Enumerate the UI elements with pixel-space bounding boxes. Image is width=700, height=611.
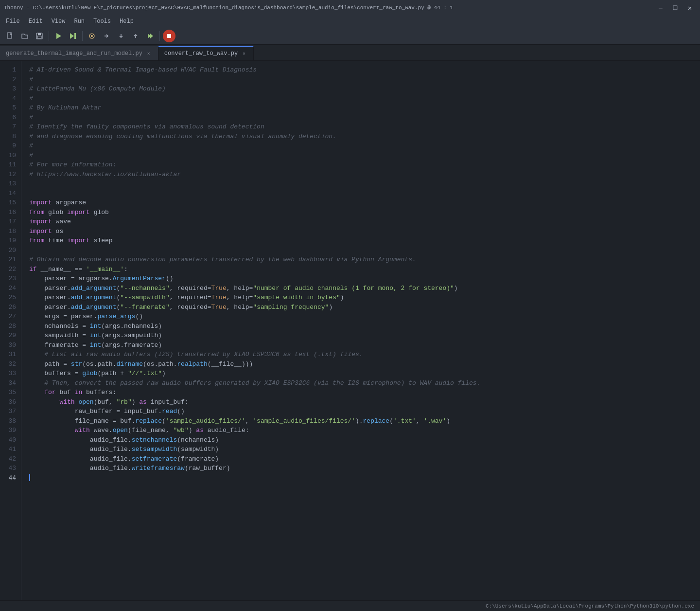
line-number-34: 34 xyxy=(0,378,21,388)
code-line-34: # Then, convert the passed raw audio buf… xyxy=(29,378,700,388)
code-line-21: # Obtain and decode audio conversion par… xyxy=(29,255,700,265)
code-line-14 xyxy=(29,189,700,198)
code-line-18: import os xyxy=(29,227,700,236)
line-number-28: 28 xyxy=(0,322,21,331)
line-number-21: 21 xyxy=(0,255,21,265)
line-number-22: 22 xyxy=(0,265,21,274)
line-number-5: 5 xyxy=(0,103,21,113)
line-number-29: 29 xyxy=(0,331,21,341)
code-line-17: import wave xyxy=(29,217,700,227)
line-number-26: 26 xyxy=(0,303,21,312)
code-line-13 xyxy=(29,179,700,189)
code-line-37: raw_buffer = input_buf.read() xyxy=(29,407,700,416)
code-line-31: # List all raw audio buffers (I2S) trans… xyxy=(29,350,700,359)
code-line-26: parser.add_argument("--framerate", requi… xyxy=(29,303,700,312)
tab-convert-raw-close[interactable]: ✕ xyxy=(241,50,247,57)
line-number-9: 9 xyxy=(0,141,21,151)
line-number-35: 35 xyxy=(0,388,21,397)
close-button[interactable]: ✕ xyxy=(683,1,696,14)
step-into-button[interactable] xyxy=(115,30,127,42)
tab-generate-thermal[interactable]: generate_thermal_image_and_run_model.py … xyxy=(0,46,158,60)
code-line-24: parser.add_argument("--nchannels", requi… xyxy=(29,284,700,293)
line-number-10: 10 xyxy=(0,151,21,161)
code-line-12: # https://www.hackster.io/kutluhan-aktar xyxy=(29,170,700,180)
code-line-28: nchannels = int(args.nchannels) xyxy=(29,322,700,331)
line-number-19: 19 xyxy=(0,236,21,246)
maximize-button[interactable]: □ xyxy=(669,1,682,14)
step-out-button[interactable] xyxy=(129,30,142,42)
svg-rect-11 xyxy=(167,34,171,38)
code-line-19: from time import sleep xyxy=(29,236,700,246)
tab-generate-thermal-label: generate_thermal_image_and_run_model.py xyxy=(6,50,142,57)
code-line-36: with open(buf, "rb") as input_buf: xyxy=(29,397,700,407)
svg-rect-6 xyxy=(74,33,76,39)
line-number-38: 38 xyxy=(0,416,21,426)
editor[interactable]: 1234567891011121314151617181920212223242… xyxy=(0,61,700,600)
code-line-43: audio_file.writeframesraw(raw_buffer) xyxy=(29,464,700,473)
code-line-3: # LattePanda Mu (x86 Compute Module) xyxy=(29,84,700,94)
line-number-2: 2 xyxy=(0,75,21,85)
save-button[interactable] xyxy=(33,30,46,42)
run-module-button[interactable] xyxy=(67,30,79,42)
line-number-44: 44 xyxy=(0,473,21,483)
minimize-button[interactable]: – xyxy=(654,1,667,14)
line-number-18: 18 xyxy=(0,227,21,236)
menu-run[interactable]: Run xyxy=(70,17,88,26)
code-line-16: from glob import glob xyxy=(29,208,700,217)
tab-convert-raw[interactable]: convert_raw_to_wav.py ✕ xyxy=(158,46,254,60)
menu-tools[interactable]: Tools xyxy=(89,17,115,26)
code-line-4: # xyxy=(29,94,700,104)
title-bar-text: Thonny - C:\Users\kutlu\New E\z_pictures… xyxy=(4,5,453,11)
code-line-33: buffers = glob(path + "//*.txt") xyxy=(29,369,700,378)
tab-generate-thermal-close[interactable]: ✕ xyxy=(145,50,152,57)
menu-view[interactable]: View xyxy=(48,17,70,26)
line-number-1: 1 xyxy=(0,65,21,75)
code-line-23: parser = argparse.ArgumentParser() xyxy=(29,274,700,284)
open-file-button[interactable] xyxy=(18,30,31,42)
svg-rect-3 xyxy=(37,36,41,38)
code-line-39: with wave.open(file_name, "wb") as audio… xyxy=(29,426,700,435)
new-file-button[interactable] xyxy=(4,30,17,42)
code-line-8: # and diagnose ensuing cooling malfuncti… xyxy=(29,132,700,142)
debug-button[interactable] xyxy=(86,30,98,42)
line-number-17: 17 xyxy=(0,217,21,227)
line-number-7: 7 xyxy=(0,122,21,132)
line-number-16: 16 xyxy=(0,208,21,217)
line-number-14: 14 xyxy=(0,189,21,198)
menu-help[interactable]: Help xyxy=(116,17,138,26)
code-line-32: path = str(os.path.dirname(os.path.realp… xyxy=(29,359,700,369)
code-content[interactable]: # AI-driven Sound & Thermal Image-based … xyxy=(21,61,700,600)
menu-file[interactable]: File xyxy=(2,17,24,26)
line-number-27: 27 xyxy=(0,312,21,322)
title-bar: Thonny - C:\Users\kutlu\New E\z_pictures… xyxy=(0,0,700,16)
code-line-38: file_name = buf.replace('sample_audio_fi… xyxy=(29,416,700,426)
line-number-3: 3 xyxy=(0,84,21,94)
tabs-bar: generate_thermal_image_and_run_model.py … xyxy=(0,45,700,61)
line-number-15: 15 xyxy=(0,198,21,208)
run-button[interactable] xyxy=(52,30,65,42)
toolbar xyxy=(0,27,700,45)
stop-button[interactable] xyxy=(163,30,175,42)
line-number-13: 13 xyxy=(0,179,21,189)
toolbar-separator-1 xyxy=(49,31,49,41)
code-line-42: audio_file.setframerate(framerate) xyxy=(29,454,700,464)
menu-edit[interactable]: Edit xyxy=(25,17,47,26)
code-line-35: for buf in buffers: xyxy=(29,388,700,397)
code-line-9: # xyxy=(29,141,700,151)
line-number-8: 8 xyxy=(0,132,21,142)
code-line-1: # AI-driven Sound & Thermal Image-based … xyxy=(29,65,700,75)
line-number-32: 32 xyxy=(0,359,21,369)
code-line-40: audio_file.setnchannels(nchannels) xyxy=(29,435,700,445)
code-line-6: # xyxy=(29,113,700,123)
code-line-44 xyxy=(29,473,700,483)
resume-button[interactable] xyxy=(144,30,157,42)
code-line-2: # xyxy=(29,75,700,85)
step-over-button[interactable] xyxy=(100,30,113,42)
svg-rect-2 xyxy=(38,33,41,35)
line-number-37: 37 xyxy=(0,407,21,416)
toolbar-separator-3 xyxy=(159,31,160,41)
line-number-25: 25 xyxy=(0,293,21,303)
line-number-36: 36 xyxy=(0,397,21,407)
code-line-25: parser.add_argument("--sampwidth", requi… xyxy=(29,293,700,303)
line-number-12: 12 xyxy=(0,170,21,180)
